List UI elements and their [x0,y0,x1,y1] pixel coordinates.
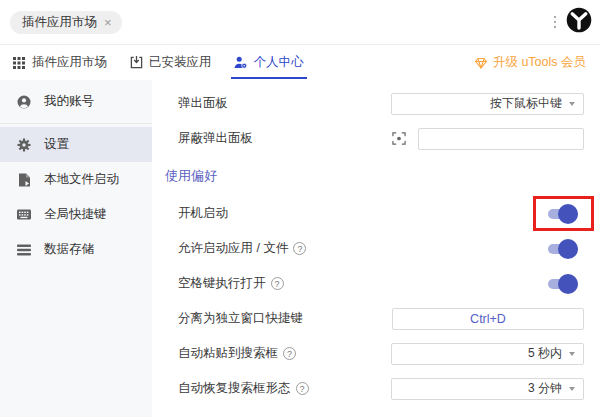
popup-panel-select[interactable]: 按下鼠标中键 [391,93,584,115]
sidebar-item-local-file-launch-label: 本地文件启动 [44,171,119,188]
help-icon[interactable]: ? [271,277,284,290]
sidebar-item-account[interactable]: 我的账号 [0,80,152,123]
auto-restore-select-value: 3 分钟 [528,380,562,397]
sidebar-item-global-hotkeys-label: 全局快捷键 [44,206,107,223]
utools-window: 插件应用市场 × 插件应用市场 [0,0,600,417]
setting-row-auto-start: 开机启动 [178,196,584,231]
space-open-label: 空格键执行打开 ? [178,275,284,292]
upgrade-membership-label: 升级 uTools 会员 [493,54,586,71]
sidebar: 我的账号 设置 [0,80,152,417]
utools-logo-icon[interactable] [566,7,592,37]
detach-hotkey-input[interactable] [392,308,584,330]
sidebar-item-settings-label: 设置 [44,136,69,153]
gear-icon [17,138,31,152]
window-top-strip: 插件应用市场 × [0,0,600,45]
more-menu-icon[interactable] [551,12,560,33]
setting-row-block-popup: 屏蔽弹出面板 [178,121,584,156]
sidebar-item-data-storage[interactable]: 数据存储 [0,232,152,267]
popup-panel-select-value: 按下鼠标中键 [490,95,562,112]
allow-launch-toggle[interactable] [548,239,578,259]
auto-paste-select[interactable]: 5 秒内 [391,343,584,365]
auto-paste-label: 自动粘贴到搜索框 ? [178,345,296,362]
sidebar-item-account-label: 我的账号 [44,93,94,110]
setting-row-auto-restore: 自动恢复搜索框形态 ? 3 分钟 [178,371,584,406]
caret-down-icon [569,102,575,106]
gem-icon [474,56,488,70]
allow-launch-label: 允许启动应用 / 文件 ? [178,240,306,257]
close-icon[interactable]: × [104,16,112,29]
screen-capture-icon[interactable] [392,132,406,146]
auto-restore-label: 自动恢复搜索框形态 ? [178,380,309,397]
person-gear-icon [234,56,248,70]
setting-row-auto-paste: 自动粘贴到搜索框 ? 5 秒内 [178,336,584,371]
auto-start-label: 开机启动 [178,205,228,222]
account-icon [17,95,31,109]
tab-plugin-market-label: 插件应用市场 [32,54,107,71]
space-open-toggle[interactable] [548,274,578,294]
open-plugin-tab-label: 插件应用市场 [22,14,97,31]
settings-panel: 弹出面板 按下鼠标中键 屏蔽弹出面板 [152,80,600,417]
file-launch-icon [17,173,31,187]
section-title-preferences: 使用偏好 [165,156,584,196]
tab-plugin-market[interactable]: 插件应用市场 [12,45,107,80]
open-plugin-tab[interactable]: 插件应用市场 × [10,11,122,34]
detach-hotkey-label: 分离为独立窗口快捷键 [178,310,303,327]
keyboard-icon [17,208,31,222]
auto-start-toggle[interactable] [548,204,578,224]
caret-down-icon [569,387,575,391]
tab-installed-apps-label: 已安装应用 [149,54,212,71]
sidebar-divider [0,123,152,124]
nav-bar: 插件应用市场 已安装应用 个人中心 [0,45,600,80]
storage-icon [17,243,31,257]
setting-row-popup-panel: 弹出面板 按下鼠标中键 [178,86,584,121]
sidebar-item-global-hotkeys[interactable]: 全局快捷键 [0,197,152,232]
tab-personal-center[interactable]: 个人中心 [234,45,304,80]
grid-icon [12,56,26,70]
upgrade-membership-link[interactable]: 升级 uTools 会员 [474,54,586,71]
download-box-icon [129,56,143,70]
setting-row-space-open: 空格键执行打开 ? [178,266,584,301]
tab-personal-center-label: 个人中心 [254,54,304,71]
popup-panel-label: 弹出面板 [178,95,228,112]
sidebar-item-settings[interactable]: 设置 [0,127,152,162]
auto-restore-select[interactable]: 3 分钟 [391,378,584,400]
sidebar-item-data-storage-label: 数据存储 [44,241,94,258]
tab-installed-apps[interactable]: 已安装应用 [129,45,212,80]
block-popup-input[interactable] [418,128,584,150]
auto-paste-select-value: 5 秒内 [528,345,562,362]
help-icon[interactable]: ? [296,382,309,395]
caret-down-icon [569,352,575,356]
help-icon[interactable]: ? [283,347,296,360]
block-popup-label: 屏蔽弹出面板 [178,130,253,147]
setting-row-allow-launch: 允许启动应用 / 文件 ? [178,231,584,266]
sidebar-item-local-file-launch[interactable]: 本地文件启动 [0,162,152,197]
setting-row-detach-hotkey: 分离为独立窗口快捷键 [178,301,584,336]
help-icon[interactable]: ? [293,242,306,255]
